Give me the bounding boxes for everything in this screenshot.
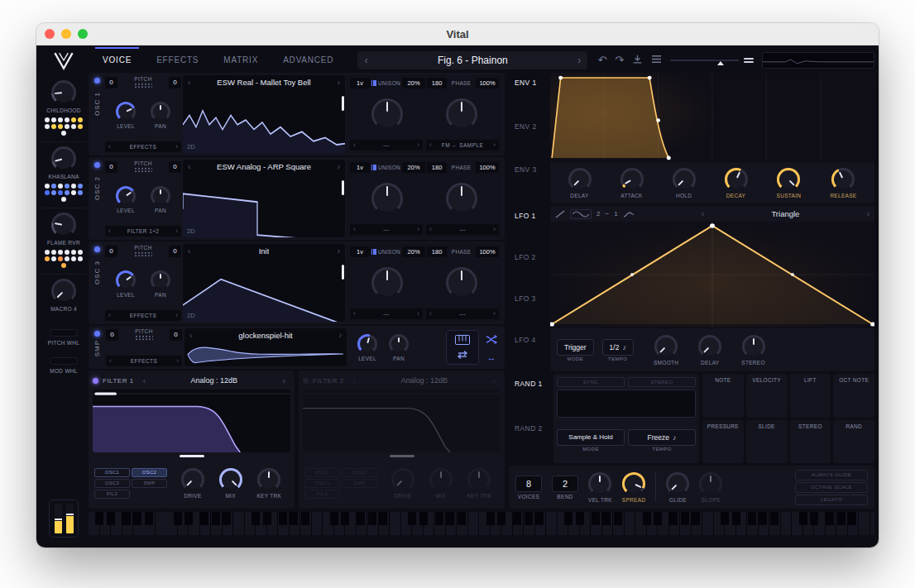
preset-browser[interactable]: ‹ Fig. 6 - Phainon › (357, 51, 587, 69)
bend-value[interactable]: 2 (552, 476, 578, 492)
env-attack-knob[interactable] (620, 168, 644, 191)
tab-advanced[interactable]: ADVANCED (271, 47, 346, 73)
lfo-tempo-selector[interactable]: 1/2♪ TEMPO (602, 339, 634, 361)
filter-1-input-osc3[interactable]: OSC3 (94, 479, 130, 488)
mod-wheel[interactable]: MOD WHL (50, 357, 78, 374)
filter-2-power-button[interactable] (303, 378, 309, 384)
filter-1-input-fil2[interactable]: FIL2 (94, 490, 130, 499)
osc-1-level-knob[interactable] (116, 102, 136, 122)
preset-next-icon[interactable]: › (577, 55, 581, 65)
osc-2-power-button[interactable] (94, 162, 100, 168)
osc-1-pan-knob[interactable] (151, 102, 170, 122)
osc-3-fm-selector[interactable]: ‹---› (426, 308, 499, 319)
filter-1-input-smp[interactable]: SMP (132, 479, 167, 488)
osc-2-spectral-knob[interactable] (446, 183, 477, 214)
macro-4-knob[interactable] (51, 279, 76, 304)
osc-1-view-mode[interactable]: 2D (187, 143, 195, 151)
chevron-left-icon[interactable]: ‹ (108, 143, 111, 151)
frame-scrollbar[interactable] (342, 96, 344, 111)
wavetable-prev-icon[interactable]: ‹ (188, 78, 190, 87)
sampler-tune[interactable]: 0 (170, 329, 182, 341)
lfo-grid-rows[interactable]: 1 (614, 210, 617, 218)
osc-3-tune[interactable]: 0 (169, 246, 181, 257)
always-glide-toggle[interactable]: ALWAYS GLIDE (795, 470, 868, 480)
piano-keyboard[interactable] (89, 512, 874, 535)
sampler-pan-knob[interactable] (389, 334, 409, 354)
sampler-transpose[interactable]: 0 (106, 329, 118, 341)
osc-3-unison-voices[interactable]: 1v (350, 246, 370, 257)
note-icon[interactable]: ♪ (673, 433, 677, 442)
osc-2-view-mode[interactable]: 2D (187, 227, 195, 235)
tab-voice[interactable]: VOICE (90, 47, 144, 73)
frame-scrollbar[interactable] (342, 265, 344, 280)
tab-rand-2[interactable]: RAND 2 (509, 418, 550, 463)
wavetable-next-icon[interactable]: › (338, 246, 340, 256)
redo-icon[interactable]: ↷ (615, 55, 624, 65)
filter-1-mix-knob[interactable] (219, 468, 242, 491)
source-oct-note[interactable]: OCT NOTE (833, 374, 874, 418)
lfo-delay-knob[interactable] (698, 335, 721, 358)
lfo-shape-next-icon[interactable]: › (867, 209, 869, 218)
filter-1-keytrack-knob[interactable] (257, 468, 280, 491)
osc-2-unison-detune[interactable]: 20% (402, 162, 425, 173)
osc-1-unison-voices[interactable]: 1v (350, 78, 370, 88)
filter-1-input-osc2[interactable]: OSC2 (132, 468, 167, 477)
filter-2-model-selector[interactable]: ‹ Analog : 12dB › (348, 376, 501, 385)
sample-next-icon[interactable]: › (339, 331, 342, 340)
osc-2-level-knob[interactable] (116, 186, 136, 206)
osc-1-transpose[interactable]: 0 (105, 77, 117, 88)
tab-effects[interactable]: EFFECTS (144, 47, 211, 73)
osc-2-tune[interactable]: 0 (169, 161, 181, 173)
wavetable-prev-icon[interactable]: ‹ (188, 246, 190, 256)
tab-lfo-1[interactable]: LFO 1 (509, 206, 550, 247)
frame-scrollbar[interactable] (342, 180, 344, 195)
macro-2-knob[interactable] (51, 146, 76, 171)
filter-2-keytrack-knob[interactable] (467, 468, 491, 491)
wavetable-prev-icon[interactable]: ‹ (188, 162, 190, 171)
osc-2-transpose[interactable]: 0 (105, 161, 117, 173)
undo-icon[interactable]: ↶ (597, 55, 606, 65)
osc-3-transpose[interactable]: 0 (105, 246, 117, 257)
osc-1-phase-rand[interactable]: 100% (476, 78, 499, 88)
source-note[interactable]: NOTE (702, 374, 744, 418)
env-sustain-knob[interactable] (777, 168, 800, 191)
osc-1-spectral-knob[interactable] (446, 98, 477, 130)
source-pressure[interactable]: PRESSURE (702, 420, 744, 464)
lfo-shape-name[interactable]: Triangle (771, 209, 799, 218)
tab-env-2[interactable]: ENV 2 (509, 117, 550, 160)
legato-toggle[interactable]: LEGATO (795, 495, 868, 505)
wave-preset-icon[interactable] (570, 209, 592, 219)
minimize-button[interactable] (61, 29, 71, 39)
shuffle-icon[interactable] (486, 332, 497, 347)
osc-2-fm-selector[interactable]: ‹---› (426, 224, 499, 235)
loop-icon[interactable] (456, 348, 469, 363)
filter-2-input-smp[interactable]: SMP (342, 479, 377, 488)
osc-2-distortion-selector[interactable]: ‹---› (350, 224, 423, 235)
sample-name[interactable]: glockenspiel-hit (238, 331, 292, 340)
slope-knob[interactable] (699, 472, 722, 495)
source-rand[interactable]: RAND (833, 420, 874, 464)
lfo-stereo-knob[interactable] (742, 335, 765, 358)
spread-knob[interactable] (622, 472, 645, 495)
source-velocity[interactable]: VELOCITY (746, 374, 788, 418)
pitch-wheel[interactable]: PITCH WHL (48, 329, 79, 346)
volume-marker-icon[interactable] (717, 61, 724, 65)
octave-scale-toggle[interactable]: OCTAVE SCALE (795, 482, 868, 493)
bidirectional-arrow-icon[interactable]: ↔ (487, 353, 496, 362)
tab-env-3[interactable]: ENV 3 (509, 160, 550, 203)
sample-waveform-display[interactable] (184, 342, 347, 366)
volume-slider[interactable] (670, 60, 739, 61)
osc-3-view-mode[interactable]: 2D (187, 312, 195, 319)
source-lift[interactable]: LIFT (790, 374, 831, 418)
filter-1-cutoff-slider[interactable] (93, 455, 290, 458)
random-sync-button[interactable]: SYNC (557, 377, 625, 387)
osc-1-distortion-selector[interactable]: ‹---› (350, 140, 423, 151)
sampler-power-button[interactable] (94, 331, 100, 337)
save-preset-icon[interactable] (632, 54, 643, 66)
sampler-level-knob[interactable] (357, 334, 377, 354)
tab-lfo-2[interactable]: LFO 2 (509, 247, 550, 289)
env-decay-knob[interactable] (725, 168, 748, 191)
filter-1-drive-knob[interactable] (181, 468, 204, 491)
osc-1-phase[interactable]: 180 (427, 78, 447, 88)
osc-3-spectral-knob[interactable] (446, 267, 477, 299)
